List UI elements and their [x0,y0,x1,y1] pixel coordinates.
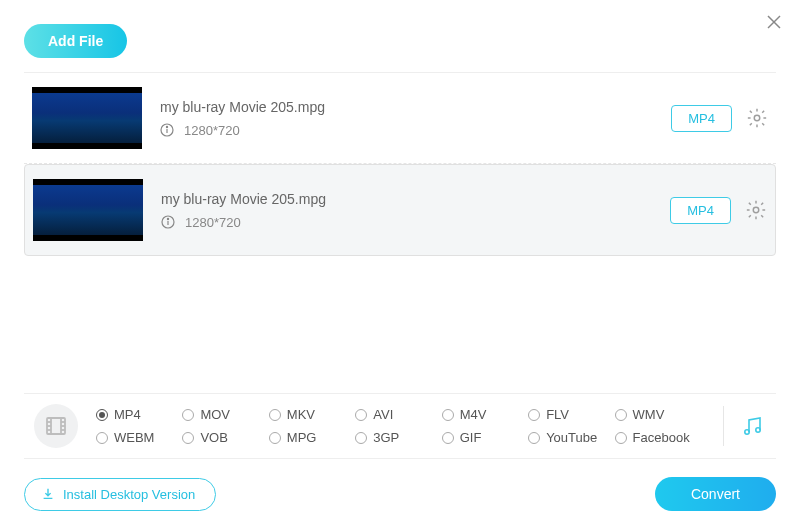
format-label: MKV [287,407,315,422]
format-label: MOV [200,407,230,422]
format-option-wmv[interactable]: WMV [615,407,701,422]
file-list: my blu-ray Movie 205.mpg1280*720MP4my bl… [0,73,800,256]
radio-icon [442,432,454,444]
svg-point-5 [754,115,760,121]
file-meta: my blu-ray Movie 205.mpg1280*720 [143,191,670,230]
format-option-m4v[interactable]: M4V [442,407,528,422]
file-resolution: 1280*720 [185,215,241,230]
gear-icon[interactable] [745,199,767,221]
svg-point-20 [756,428,760,432]
format-badge[interactable]: MP4 [670,197,731,224]
radio-icon [96,432,108,444]
format-option-mp4[interactable]: MP4 [96,407,182,422]
file-meta: my blu-ray Movie 205.mpg1280*720 [142,99,671,138]
format-label: WMV [633,407,665,422]
music-icon[interactable] [738,412,766,440]
gear-icon[interactable] [746,107,768,129]
radio-icon [182,409,194,421]
video-icon[interactable] [34,404,78,448]
format-label: AVI [373,407,393,422]
svg-point-9 [753,207,759,213]
format-option-mov[interactable]: MOV [182,407,268,422]
format-option-flv[interactable]: FLV [528,407,614,422]
radio-icon [615,409,627,421]
install-label: Install Desktop Version [63,487,195,502]
format-label: MP4 [114,407,141,422]
format-grid: MP4MOVMKVAVIM4VFLVWMVWEBMVOBMPG3GPGIFYou… [78,407,709,445]
format-option-gif[interactable]: GIF [442,430,528,445]
file-thumbnail[interactable] [33,179,143,241]
install-desktop-button[interactable]: Install Desktop Version [24,478,216,511]
format-option-webm[interactable]: WEBM [96,430,182,445]
format-label: VOB [200,430,227,445]
format-label: GIF [460,430,482,445]
radio-icon [355,409,367,421]
format-option-3gp[interactable]: 3GP [355,430,441,445]
format-option-avi[interactable]: AVI [355,407,441,422]
format-label: 3GP [373,430,399,445]
footer: Install Desktop Version Convert [0,461,800,531]
download-icon [41,487,55,501]
radio-icon [442,409,454,421]
info-icon[interactable] [161,215,175,229]
radio-icon [355,432,367,444]
file-name: my blu-ray Movie 205.mpg [161,191,670,207]
file-row[interactable]: my blu-ray Movie 205.mpg1280*720MP4 [24,164,776,256]
format-label: FLV [546,407,569,422]
format-label: Facebook [633,430,690,445]
radio-icon [528,432,540,444]
top-bar: Add File [0,0,800,72]
format-label: WEBM [114,430,154,445]
close-button[interactable] [764,12,784,32]
format-option-facebook[interactable]: Facebook [615,430,701,445]
radio-icon [269,409,281,421]
svg-point-4 [166,126,167,127]
file-row[interactable]: my blu-ray Movie 205.mpg1280*720MP4 [24,73,776,164]
radio-icon [182,432,194,444]
convert-button[interactable]: Convert [655,477,776,511]
radio-icon [96,409,108,421]
file-controls: MP4 [670,197,767,224]
radio-icon [528,409,540,421]
format-label: YouTube [546,430,597,445]
info-icon[interactable] [160,123,174,137]
svg-point-19 [745,430,749,434]
format-badge[interactable]: MP4 [671,105,732,132]
add-file-button[interactable]: Add File [24,24,127,58]
file-controls: MP4 [671,105,768,132]
radio-icon [269,432,281,444]
svg-point-8 [167,218,168,219]
format-panel: MP4MOVMKVAVIM4VFLVWMVWEBMVOBMPG3GPGIFYou… [24,393,776,459]
file-resolution: 1280*720 [184,123,240,138]
format-option-mpg[interactable]: MPG [269,430,355,445]
radio-icon [615,432,627,444]
file-thumbnail[interactable] [32,87,142,149]
format-option-vob[interactable]: VOB [182,430,268,445]
format-label: M4V [460,407,487,422]
format-option-youtube[interactable]: YouTube [528,430,614,445]
format-label: MPG [287,430,317,445]
format-option-mkv[interactable]: MKV [269,407,355,422]
vertical-divider [723,406,724,446]
file-name: my blu-ray Movie 205.mpg [160,99,671,115]
